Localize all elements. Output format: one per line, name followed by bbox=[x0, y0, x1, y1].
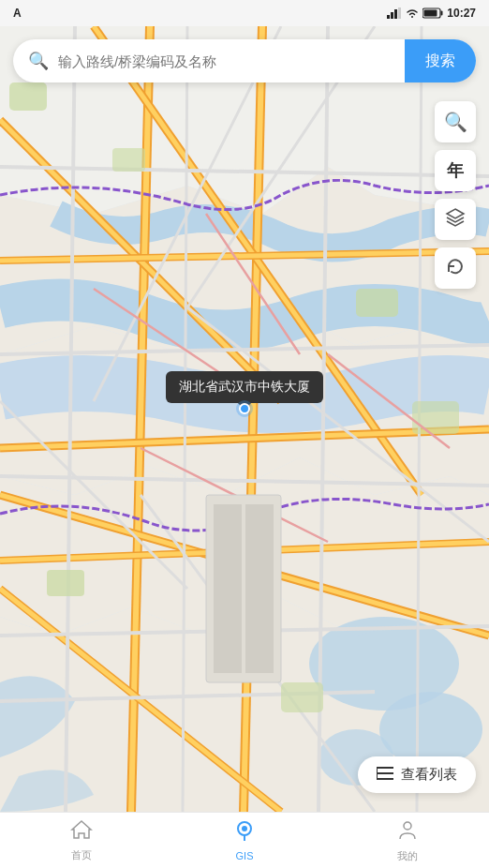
nav-item-home[interactable]: 首页 bbox=[0, 813, 163, 868]
svg-rect-0 bbox=[387, 15, 390, 19]
time-display: 10:27 bbox=[447, 7, 476, 20]
search-button[interactable]: 搜索 bbox=[405, 39, 476, 82]
svg-point-14 bbox=[379, 692, 482, 767]
refresh-button[interactable] bbox=[435, 247, 476, 289]
gis-icon bbox=[233, 819, 256, 847]
status-bar-right: 10:27 bbox=[387, 7, 476, 20]
svg-marker-61 bbox=[447, 209, 464, 218]
svg-rect-2 bbox=[394, 9, 397, 19]
layers-button[interactable] bbox=[435, 199, 476, 240]
svg-point-67 bbox=[242, 826, 247, 831]
location-popup: 湖北省武汉市中铁大厦 bbox=[166, 371, 323, 403]
layers-icon bbox=[445, 207, 466, 232]
signal-icon bbox=[387, 7, 402, 19]
search-bar: 🔍 搜索 bbox=[13, 39, 476, 82]
map-container[interactable]: 🔍 搜索 🔍 年 bbox=[0, 26, 489, 812]
search-icon: 🔍 bbox=[13, 51, 58, 71]
svg-rect-1 bbox=[391, 12, 393, 19]
status-bar: A 10:27 bbox=[0, 0, 489, 26]
bottom-nav: 首页 GIS 我的 bbox=[0, 812, 489, 868]
svg-point-68 bbox=[404, 822, 411, 830]
view-list-button[interactable]: 查看列表 bbox=[358, 756, 476, 793]
map-controls: 🔍 年 bbox=[435, 101, 476, 289]
nav-gis-label: GIS bbox=[236, 850, 254, 861]
nav-item-mine[interactable]: 我的 bbox=[326, 813, 489, 868]
svg-rect-5 bbox=[441, 11, 443, 16]
nav-item-gis[interactable]: GIS bbox=[163, 813, 326, 868]
svg-rect-60 bbox=[245, 504, 274, 673]
battery-icon bbox=[422, 7, 443, 19]
svg-rect-51 bbox=[412, 401, 459, 434]
svg-rect-53 bbox=[281, 682, 323, 712]
zoom-button[interactable]: 🔍 bbox=[435, 101, 476, 142]
mine-icon bbox=[396, 818, 419, 846]
search-input[interactable] bbox=[58, 53, 405, 69]
zoom-icon: 🔍 bbox=[444, 111, 467, 133]
svg-rect-48 bbox=[9, 82, 47, 111]
home-icon bbox=[70, 819, 93, 846]
location-popup-text: 湖北省武汉市中铁大厦 bbox=[179, 379, 310, 394]
svg-rect-59 bbox=[214, 504, 242, 673]
wifi-icon bbox=[406, 7, 419, 19]
svg-rect-49 bbox=[112, 148, 145, 172]
list-icon bbox=[377, 766, 393, 784]
status-app-indicator: A bbox=[13, 7, 22, 20]
svg-rect-50 bbox=[356, 289, 398, 317]
location-dot bbox=[239, 403, 250, 414]
view-list-label: 查看列表 bbox=[401, 766, 457, 784]
refresh-icon bbox=[445, 256, 466, 281]
svg-rect-52 bbox=[47, 570, 84, 596]
map-background[interactable] bbox=[0, 26, 489, 812]
year-icon: 年 bbox=[447, 159, 464, 182]
year-button[interactable]: 年 bbox=[435, 150, 476, 191]
nav-home-label: 首页 bbox=[71, 848, 92, 862]
nav-mine-label: 我的 bbox=[397, 849, 418, 863]
svg-rect-6 bbox=[424, 10, 437, 17]
svg-rect-3 bbox=[398, 7, 401, 19]
